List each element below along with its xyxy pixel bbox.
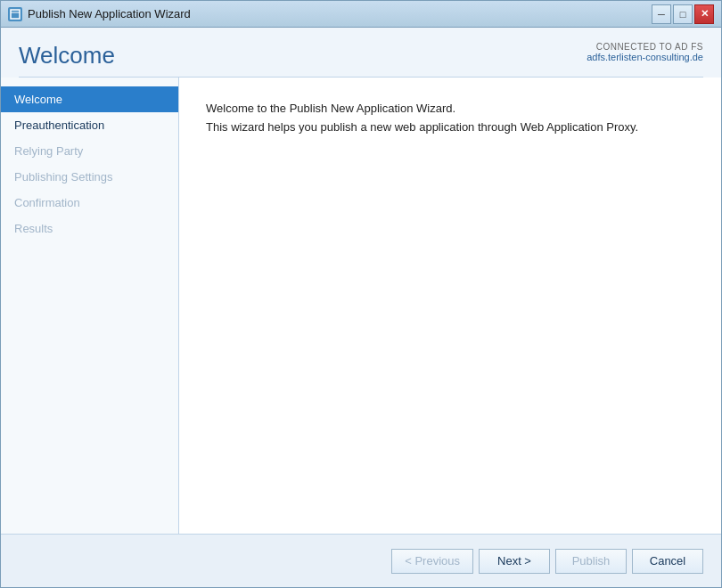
welcome-line1: Welcome to the Publish New Application W… [206,100,694,118]
sidebar-item-welcome[interactable]: Welcome [1,86,178,112]
title-controls: ─ □ ✕ [652,4,714,24]
maximize-button[interactable]: □ [673,4,693,24]
connection-info: CONNECTED TO AD FS adfs.terlisten-consul… [587,42,703,62]
sidebar-item-relying-party: Relying Party [1,138,178,164]
welcome-line2: This wizard helps you publish a new web … [206,118,694,137]
main-window: Publish New Application Wizard ─ □ ✕ Wel… [0,0,722,588]
content-area: Welcome CONNECTED TO AD FS adfs.terliste… [1,28,721,534]
title-bar-left: Publish New Application Wizard [8,7,191,21]
footer: < Previous Next > Publish Cancel [1,534,721,587]
sidebar-item-results: Results [1,216,178,241]
app-icon [8,7,22,21]
minimize-button[interactable]: ─ [652,4,671,24]
sidebar-item-preauthentication[interactable]: Preauthentication [1,112,178,138]
sidebar: Welcome Preauthentication Relying Party … [1,78,179,534]
publish-button[interactable]: Publish [555,549,627,574]
header-section: Welcome CONNECTED TO AD FS adfs.terliste… [1,28,721,77]
connection-label: CONNECTED TO AD FS [587,42,703,52]
title-bar: Publish New Application Wizard ─ □ ✕ [1,1,721,28]
main-panel: Welcome to the Publish New Application W… [179,78,721,534]
next-button[interactable]: Next > [479,549,550,574]
connection-server: adfs.terlisten-consulting.de [587,52,703,62]
sidebar-item-confirmation: Confirmation [1,190,178,216]
cancel-button[interactable]: Cancel [632,549,703,574]
previous-button[interactable]: < Previous [391,549,473,574]
window-title: Publish New Application Wizard [28,7,191,20]
svg-rect-0 [11,10,20,19]
page-title: Welcome [19,42,115,69]
body-section: Welcome Preauthentication Relying Party … [1,78,721,534]
sidebar-item-publishing-settings: Publishing Settings [1,164,178,190]
close-button[interactable]: ✕ [694,4,714,24]
